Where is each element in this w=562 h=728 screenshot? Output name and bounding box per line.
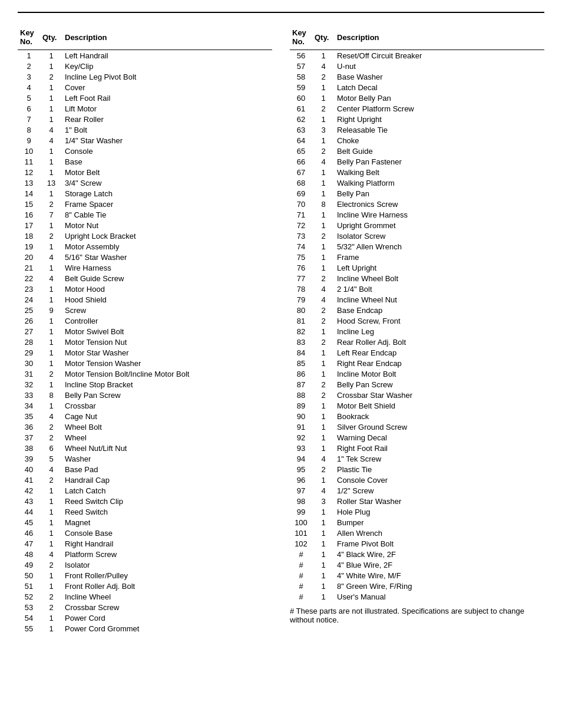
- desc-cell: Right Rear Endcap: [335, 358, 544, 368]
- desc-cell: Hole Plug: [335, 506, 544, 517]
- table-row: 35 4 Cage Nut: [18, 411, 272, 421]
- qty-cell: 4: [312, 61, 335, 71]
- table-row: # 1 User's Manual: [290, 591, 544, 602]
- desc-cell: 5/16" Star Washer: [62, 252, 272, 262]
- qty-cell: 1: [40, 93, 62, 103]
- desc-cell: Incline Wheel: [62, 591, 272, 602]
- key-no-cell: 8: [18, 124, 40, 135]
- key-no-cell: #: [290, 591, 312, 602]
- table-row: # 1 4" White Wire, M/F: [290, 570, 544, 581]
- qty-cell: 2: [40, 421, 62, 432]
- key-no-cell: 73: [290, 230, 312, 241]
- qty-cell: 2: [312, 337, 335, 347]
- qty-cell: 1: [40, 358, 62, 368]
- desc-cell: Isolator Screw: [335, 230, 544, 241]
- table-row: 89 1 Motor Belt Shield: [290, 400, 544, 411]
- key-no-cell: 98: [290, 496, 312, 506]
- qty-cell: 1: [312, 475, 335, 485]
- key-no-cell: 49: [18, 559, 40, 570]
- table-row: 85 1 Right Rear Endcap: [290, 358, 544, 368]
- desc-cell: 5/32" Allen Wrench: [335, 241, 544, 252]
- table-row: 6 1 Lift Motor: [18, 103, 272, 114]
- key-no-cell: 62: [290, 114, 312, 124]
- table-row: 8 4 1" Bolt: [18, 124, 272, 135]
- table-row: 80 2 Base Endcap: [290, 305, 544, 315]
- desc-cell: Incline Motor Bolt: [335, 368, 544, 379]
- qty-cell: 4: [40, 252, 62, 262]
- table-row: 102 1 Frame Pivot Bolt: [290, 538, 544, 549]
- left-desc-header: Description: [62, 27, 272, 50]
- qty-cell: 1: [312, 188, 335, 199]
- qty-cell: 1: [312, 262, 335, 273]
- desc-cell: Hood Screw, Front: [335, 315, 544, 326]
- table-row: 44 1 Reed Switch: [18, 506, 272, 517]
- key-no-cell: 56: [290, 50, 312, 61]
- qty-cell: 1: [40, 379, 62, 390]
- qty-cell: 1: [312, 368, 335, 379]
- table-row: 49 2 Isolator: [18, 559, 272, 570]
- desc-cell: U-nut: [335, 61, 544, 71]
- table-row: 48 4 Platform Screw: [18, 549, 272, 559]
- right-desc-header: Description: [335, 27, 544, 50]
- desc-cell: 3/4" Screw: [62, 177, 272, 188]
- desc-cell: Upright Grommet: [335, 220, 544, 230]
- qty-cell: 3: [312, 496, 335, 506]
- key-no-cell: 83: [290, 337, 312, 347]
- key-no-cell: 61: [290, 103, 312, 114]
- desc-cell: Upright Lock Bracket: [62, 230, 272, 241]
- parts-table-container: KeyNo. Qty. Description 1 1 Left Handrai…: [18, 27, 544, 634]
- key-no-cell: 91: [290, 421, 312, 432]
- key-no-cell: 7: [18, 114, 40, 124]
- desc-cell: 1" Tek Screw: [335, 453, 544, 464]
- qty-cell: 1: [312, 82, 335, 93]
- table-row: 2 1 Key/Clip: [18, 61, 272, 71]
- table-row: 14 1 Storage Latch: [18, 188, 272, 199]
- qty-cell: 6: [40, 443, 62, 453]
- key-no-cell: 4: [18, 82, 40, 93]
- table-row: 56 1 Reset/Off Circuit Breaker: [290, 50, 544, 61]
- table-row: 82 1 Incline Leg: [290, 326, 544, 337]
- key-no-cell: 77: [290, 273, 312, 284]
- key-no-cell: 5: [18, 93, 40, 103]
- right-key-no-header: KeyNo.: [290, 27, 312, 50]
- table-row: 30 1 Motor Tension Washer: [18, 358, 272, 368]
- desc-cell: Incline Leg: [335, 326, 544, 337]
- table-row: 54 1 Power Cord: [18, 612, 272, 623]
- key-no-cell: 41: [18, 475, 40, 485]
- table-row: 86 1 Incline Motor Bolt: [290, 368, 544, 379]
- qty-cell: 1: [312, 220, 335, 230]
- qty-cell: 1: [312, 167, 335, 177]
- key-no-cell: 53: [18, 602, 40, 612]
- key-no-cell: 17: [18, 220, 40, 230]
- table-row: 66 4 Belly Pan Fastener: [290, 156, 544, 167]
- desc-cell: Releasable Tie: [335, 124, 544, 135]
- table-row: 73 2 Isolator Screw: [290, 230, 544, 241]
- qty-cell: 1: [312, 538, 335, 549]
- desc-cell: Front Roller Adj. Bolt: [62, 581, 272, 591]
- qty-cell: 1: [40, 612, 62, 623]
- table-row: 100 1 Bumper: [290, 517, 544, 528]
- qty-cell: 2: [312, 305, 335, 315]
- desc-cell: Magnet: [62, 517, 272, 528]
- key-no-cell: 86: [290, 368, 312, 379]
- qty-cell: 1: [40, 146, 62, 156]
- key-no-cell: 66: [290, 156, 312, 167]
- desc-cell: Motor Tension Bolt/Incline Motor Bolt: [62, 368, 272, 379]
- qty-cell: 2: [40, 432, 62, 443]
- desc-cell: Motor Assembly: [62, 241, 272, 252]
- key-no-cell: 12: [18, 167, 40, 177]
- key-no-cell: 10: [18, 146, 40, 156]
- table-row: 81 2 Hood Screw, Front: [290, 315, 544, 326]
- table-row: 10 1 Console: [18, 146, 272, 156]
- desc-cell: Screw: [62, 305, 272, 315]
- key-no-cell: 59: [290, 82, 312, 93]
- key-no-cell: 81: [290, 315, 312, 326]
- desc-cell: Cover: [62, 82, 272, 93]
- left-qty-header: Qty.: [40, 27, 62, 50]
- key-no-cell: 20: [18, 252, 40, 262]
- key-no-cell: 39: [18, 453, 40, 464]
- key-no-cell: #: [290, 570, 312, 581]
- qty-cell: 7: [40, 209, 62, 220]
- key-no-cell: 55: [18, 623, 40, 634]
- desc-cell: 8" Green Wire, F/Ring: [335, 581, 544, 591]
